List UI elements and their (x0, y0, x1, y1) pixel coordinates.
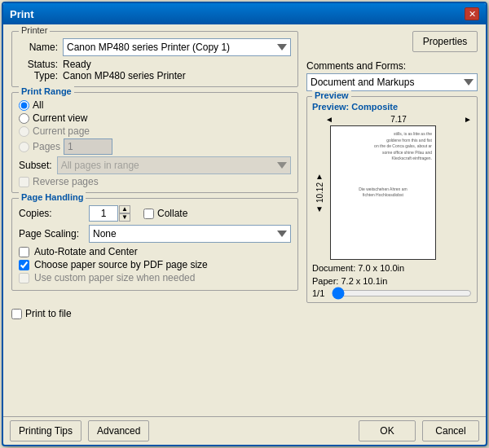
printer-group: Printer Name: Canon MP480 series Printer… (11, 31, 298, 87)
preview-text-bottom: Die weitschehen Ahren am fichten Hochlos… (334, 187, 432, 199)
reverse-row: Reverse pages (19, 176, 291, 187)
collate-checkbox[interactable] (143, 209, 154, 219)
preview-label: Preview (312, 90, 351, 100)
all-radio[interactable] (19, 100, 29, 111)
collate-label: Collate (157, 208, 187, 219)
printer-group-label: Printer (19, 25, 50, 35)
page-scaling-label: Page Scaling: (19, 228, 84, 239)
page-handling-group: Page Handling Copies: ▲ ▼ Collat (11, 198, 298, 291)
preview-composite-label: Preview: Composite (312, 102, 472, 112)
paper-info: Paper: 7.2 x 10.1in (312, 276, 472, 286)
spinner-buttons: ▲ ▼ (119, 205, 130, 222)
page-preview-text: stills, is as litte as the goldene from … (331, 126, 435, 204)
printer-name-row: Name: Canon MP480 series Printer (Copy 1… (19, 38, 291, 56)
comments-label: Comments and Forms: (306, 60, 478, 72)
status-label: Status: (19, 59, 58, 70)
type-label: Type: (19, 70, 58, 81)
current-page-row: Current page (19, 125, 291, 137)
comments-select[interactable]: Document and Markups (306, 73, 478, 91)
copies-row: Copies: ▲ ▼ Collate (19, 205, 291, 222)
print-to-file-label: Print to file (25, 308, 72, 319)
spinner-down-button[interactable]: ▼ (119, 213, 130, 222)
printer-select[interactable]: Canon MP480 series Printer (Copy 1) (63, 38, 291, 56)
left-column: Printer Name: Canon MP480 series Printer… (11, 31, 298, 303)
copies-spinner: ▲ ▼ (89, 205, 130, 222)
current-page-radio[interactable] (19, 126, 29, 137)
bottom-right-buttons: OK Cancel (359, 420, 479, 441)
all-radio-row: All (19, 99, 291, 111)
pages-radio[interactable] (19, 142, 29, 152)
comments-section: Comments and Forms: Document and Markups (306, 60, 478, 91)
preview-main: ▲ 10.12 ▼ stills, is as litte as the gol… (312, 125, 472, 260)
height-dimension: ▲ 10.12 ▼ (312, 125, 327, 260)
preview-group: Preview Preview: Composite ◄ 7.17 ► ▲ 10… (306, 96, 478, 303)
print-to-file-checkbox[interactable] (11, 309, 22, 319)
top-dimension: ◄ 7.17 ► (325, 115, 472, 124)
pages-row: Pages (19, 138, 291, 155)
page-scaling-select[interactable]: None (89, 225, 291, 243)
choose-paper-checkbox[interactable] (19, 260, 29, 270)
choose-paper-row: Choose paper source by PDF page size (19, 259, 291, 270)
page-scaling-row: Page Scaling: None (19, 225, 291, 243)
properties-row: Properties (306, 31, 478, 52)
print-to-file-row: Print to file (11, 308, 478, 319)
page-preview: stills, is as litte as the goldene from … (330, 125, 436, 260)
type-value: Canon MP480 series Printer (63, 70, 186, 81)
current-view-label: Current view (33, 112, 87, 124)
printing-tips-button[interactable]: Printing Tips (10, 420, 82, 441)
subset-select[interactable]: All pages in range (57, 156, 291, 174)
preview-text-content: stills, is as litte as the goldene from … (334, 131, 432, 162)
use-custom-row: Use custom paper size when needed (19, 272, 291, 283)
auto-rotate-label: Auto-Rotate and Center (34, 246, 138, 257)
print-dialog: Print ✕ Printer Name: Canon MP480 series… (2, 2, 487, 446)
subset-row: Subset: All pages in range (19, 156, 291, 174)
current-view-row: Current view (19, 112, 291, 124)
right-column: Properties Comments and Forms: Document … (306, 31, 478, 303)
ok-button[interactable]: OK (359, 420, 416, 441)
document-info: Document: 7.0 x 10.0in (312, 263, 472, 273)
spinner-up-button[interactable]: ▲ (119, 205, 130, 213)
width-dim: 7.17 (333, 115, 464, 124)
type-row: Type: Canon MP480 series Printer (19, 70, 291, 81)
title-bar: Print ✕ (3, 3, 486, 24)
close-button[interactable]: ✕ (465, 7, 479, 20)
advanced-button[interactable]: Advanced (88, 420, 149, 441)
up-arrow-icon: ▲ (315, 172, 324, 181)
use-custom-label: Use custom paper size when needed (34, 272, 195, 283)
all-label: All (33, 99, 43, 111)
use-custom-checkbox[interactable] (19, 273, 29, 283)
choose-paper-label: Choose paper source by PDF page size (34, 259, 208, 270)
auto-rotate-row: Auto-Rotate and Center (19, 246, 291, 257)
current-view-radio[interactable] (19, 113, 29, 124)
subset-label: Subset: (19, 160, 52, 171)
copies-label: Copies: (19, 208, 84, 219)
collate-check: Collate (143, 208, 187, 219)
top-section: Printer Name: Canon MP480 series Printer… (11, 31, 478, 303)
bottom-left-buttons: Printing Tips Advanced (10, 420, 149, 441)
status-row: Status: Ready (19, 59, 291, 70)
right-arrow-icon: ► (464, 115, 472, 124)
cancel-button[interactable]: Cancel (422, 420, 479, 441)
down-arrow-icon: ▼ (315, 204, 324, 213)
print-range-group: Print Range All Current view Current pag… (11, 92, 298, 193)
print-range-label: Print Range (19, 86, 74, 96)
slider-row: 1/1 (312, 288, 472, 299)
dialog-title: Print (10, 8, 34, 20)
reverse-checkbox[interactable] (19, 177, 29, 187)
reverse-label: Reverse pages (33, 176, 99, 187)
left-arrow-icon: ◄ (325, 115, 333, 124)
pages-label: Pages (33, 141, 60, 152)
pages-input[interactable] (64, 138, 112, 155)
height-dim: 10.12 (315, 182, 324, 203)
copies-input[interactable] (89, 205, 118, 222)
page-handling-label: Page Handling (19, 192, 86, 202)
current-page-label: Current page (33, 125, 90, 137)
status-value: Ready (63, 59, 91, 70)
auto-rotate-checkbox[interactable] (19, 247, 29, 257)
properties-button[interactable]: Properties (412, 31, 478, 52)
dialog-body: Printer Name: Canon MP480 series Printer… (3, 24, 486, 416)
name-label: Name: (19, 42, 58, 53)
page-num: 1/1 (312, 288, 328, 298)
bottom-bar: Printing Tips Advanced OK Cancel (3, 416, 486, 445)
preview-slider[interactable] (332, 288, 472, 299)
